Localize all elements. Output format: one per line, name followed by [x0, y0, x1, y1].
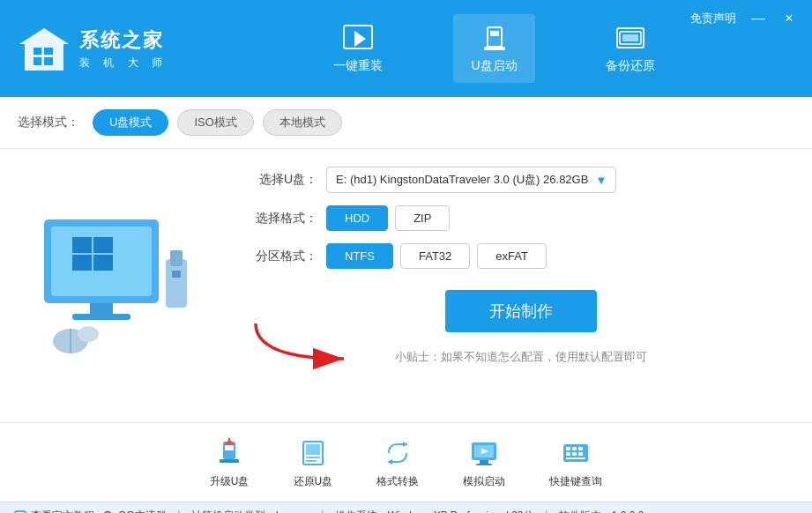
shortcut-icon: [559, 436, 592, 470]
mode-bar: 选择模式： U盘模式 ISO模式 本地模式: [0, 97, 812, 149]
tab-reinstall-label: 一键重装: [333, 58, 383, 74]
bottom-toolbar: 升级U盘 还原U盘 格式转换: [0, 422, 812, 502]
svg-rect-2: [44, 48, 53, 56]
svg-rect-44: [476, 464, 492, 465]
svg-rect-32: [220, 459, 239, 463]
svg-rect-48: [572, 447, 577, 450]
part-fat32-btn[interactable]: FAT32: [400, 243, 470, 269]
svg-rect-23: [166, 259, 187, 308]
svg-rect-49: [578, 447, 583, 450]
qq-item[interactable]: QQ交流群: [101, 509, 167, 513]
part-format-row: 分区格式： NTFS FAT32 exFAT: [256, 243, 786, 269]
part-ntfs-btn[interactable]: NTFS: [326, 243, 393, 269]
title-controls: 免责声明 — ×: [690, 11, 798, 26]
tool-restore[interactable]: 还原U盘: [294, 436, 333, 489]
mode-label: 选择模式：: [18, 115, 79, 130]
tab-uboot[interactable]: U盘启动: [453, 14, 534, 83]
os-text: 操作系统：Windows XP Professional 32位: [335, 509, 534, 513]
svg-rect-19: [72, 255, 92, 271]
logo-title: 系统之家: [79, 27, 168, 54]
svg-rect-20: [93, 255, 113, 271]
minimize-button[interactable]: —: [749, 11, 767, 26]
tab-uboot-label: U盘启动: [471, 58, 517, 74]
svg-rect-25: [172, 271, 181, 278]
shortcut-label: 快捷键查询: [549, 474, 602, 489]
upgrade-icon: [212, 436, 246, 470]
svg-marker-40: [387, 459, 392, 465]
simulate-label: 模拟启动: [463, 474, 505, 489]
computer-illustration: [26, 211, 203, 361]
svg-marker-8: [354, 31, 366, 47]
part-format-btns: NTFS FAT32 exFAT: [326, 243, 547, 269]
format-mode-btns: HDD ZIP: [326, 205, 450, 231]
u-disk-row: 选择U盘： E: (hd1) KingstonDataTraveler 3.0 …: [256, 167, 786, 193]
svg-rect-1: [34, 48, 42, 56]
mode-iso[interactable]: ISO模式: [177, 109, 253, 136]
svg-rect-3: [34, 57, 42, 65]
format-mode-label: 选择格式：: [256, 211, 317, 227]
convert-label: 格式转换: [376, 474, 419, 489]
upgrade-label: 升级U盘: [210, 474, 250, 489]
version-text: 软件版本：1.2.0.0: [559, 509, 644, 513]
simulate-icon: [467, 436, 501, 470]
main-content: 选择U盘： E: (hd1) KingstonDataTraveler 3.0 …: [0, 149, 812, 422]
tab-backup[interactable]: 备份还原: [588, 14, 673, 83]
u-disk-select[interactable]: E: (hd1) KingstonDataTraveler 3.0 (U盘) 2…: [326, 167, 616, 193]
u-disk-value: E: (hd1) KingstonDataTraveler 3.0 (U盘) 2…: [336, 172, 588, 188]
svg-rect-22: [72, 314, 130, 320]
svg-marker-39: [403, 442, 408, 447]
tool-shortcut[interactable]: 快捷键查询: [549, 436, 602, 489]
part-exfat-btn[interactable]: exFAT: [477, 243, 547, 269]
svg-rect-43: [480, 460, 488, 464]
uboot-icon: [477, 23, 512, 54]
format-hdd-btn[interactable]: HDD: [326, 205, 388, 231]
tool-simulate[interactable]: 模拟启动: [463, 436, 505, 489]
backup-icon: [613, 23, 648, 54]
format-zip-btn[interactable]: ZIP: [395, 205, 450, 231]
svg-rect-52: [578, 452, 583, 456]
qq-icon: [101, 510, 114, 514]
qq-link[interactable]: QQ交流群: [118, 509, 167, 513]
svg-rect-14: [622, 34, 638, 41]
close-button[interactable]: ×: [780, 11, 798, 26]
svg-rect-31: [225, 445, 234, 450]
tutorial-link[interactable]: 查看官方教程: [31, 509, 94, 513]
tip-text: 小贴士：如果不知道怎么配置，使用默认配置即可: [256, 349, 786, 365]
svg-rect-18: [93, 237, 113, 253]
svg-rect-4: [44, 57, 53, 65]
svg-rect-53: [566, 457, 585, 459]
u-select-arrow-icon: ▼: [595, 174, 607, 187]
svg-rect-21: [90, 303, 113, 314]
svg-rect-47: [566, 447, 570, 450]
svg-rect-9: [488, 27, 502, 47]
svg-rect-51: [572, 452, 577, 456]
start-button[interactable]: 开始制作: [445, 290, 597, 332]
right-panel: 选择U盘： E: (hd1) KingstonDataTraveler 3.0 …: [229, 149, 812, 422]
tab-backup-label: 备份还原: [606, 58, 655, 74]
convert-icon: [381, 436, 414, 470]
restore-icon: [296, 436, 330, 470]
mode-u-disk[interactable]: U盘模式: [93, 109, 168, 136]
svg-rect-17: [72, 237, 92, 253]
u-disk-label: 选择U盘：: [256, 172, 317, 188]
svg-rect-11: [484, 47, 505, 50]
boot-type-text: 计算机启动类型：Legacy: [191, 509, 310, 513]
tool-convert[interactable]: 格式转换: [376, 436, 419, 489]
logo-area: 系统之家 装 机 大 师: [18, 25, 194, 73]
tab-reinstall[interactable]: 一键重装: [316, 14, 400, 83]
svg-rect-36: [306, 444, 320, 455]
left-panel: [0, 149, 229, 422]
tutorial-item[interactable]: 查看官方教程: [14, 509, 94, 513]
tutorial-icon: [14, 510, 26, 514]
format-mode-row: 选择格式： HDD ZIP: [256, 205, 786, 231]
mode-local[interactable]: 本地模式: [263, 109, 342, 136]
svg-rect-24: [170, 250, 183, 266]
svg-rect-10: [490, 31, 499, 36]
svg-point-28: [78, 326, 99, 342]
restore-label: 还原U盘: [294, 474, 333, 489]
title-bar: 系统之家 装 机 大 师 一键重装 U盘启动: [0, 0, 812, 97]
tool-upgrade[interactable]: 升级U盘: [210, 436, 250, 489]
start-btn-row: 开始制作: [256, 290, 786, 332]
part-format-label: 分区格式：: [256, 249, 317, 264]
free-declaration-link[interactable]: 免责声明: [690, 11, 736, 26]
